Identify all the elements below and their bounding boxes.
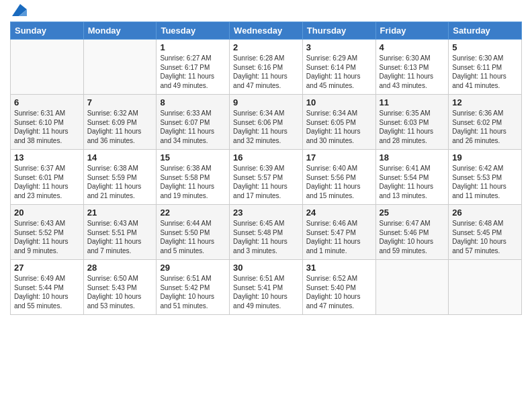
calendar-cell: 8Sunrise: 6:33 AM Sunset: 6:07 PM Daylig… <box>157 95 230 150</box>
cell-content: Sunrise: 6:30 AM Sunset: 6:11 PM Dayligh… <box>452 54 518 90</box>
page: SundayMondayTuesdayWednesdayThursdayFrid… <box>0 0 532 411</box>
day-number: 21 <box>87 208 153 218</box>
calendar-cell: 26Sunrise: 6:48 AM Sunset: 5:45 PM Dayli… <box>449 205 522 260</box>
day-number: 11 <box>380 97 445 107</box>
calendar-cell: 14Sunrise: 6:38 AM Sunset: 5:59 PM Dayli… <box>83 150 157 205</box>
cell-content: Sunrise: 6:29 AM Sunset: 6:14 PM Dayligh… <box>306 54 372 90</box>
day-number: 7 <box>87 97 153 107</box>
week-row-5: 27Sunrise: 6:49 AM Sunset: 5:44 PM Dayli… <box>11 260 522 315</box>
cell-content: Sunrise: 6:34 AM Sunset: 6:06 PM Dayligh… <box>233 109 299 145</box>
cell-content: Sunrise: 6:34 AM Sunset: 6:05 PM Dayligh… <box>306 109 372 145</box>
day-number: 28 <box>87 263 153 273</box>
day-header-sunday: Sunday <box>11 22 84 40</box>
day-number: 8 <box>160 97 226 107</box>
logo-wrapper <box>10 7 27 16</box>
cell-content: Sunrise: 6:35 AM Sunset: 6:03 PM Dayligh… <box>380 109 445 145</box>
cell-content: Sunrise: 6:50 AM Sunset: 5:43 PM Dayligh… <box>87 274 153 310</box>
cell-content: Sunrise: 6:42 AM Sunset: 5:53 PM Dayligh… <box>452 164 518 200</box>
day-number: 29 <box>160 263 226 273</box>
calendar-cell: 3Sunrise: 6:29 AM Sunset: 6:14 PM Daylig… <box>302 40 375 95</box>
day-number: 1 <box>160 42 226 52</box>
calendar-cell: 29Sunrise: 6:51 AM Sunset: 5:42 PM Dayli… <box>157 260 230 315</box>
calendar-cell: 4Sunrise: 6:30 AM Sunset: 6:13 PM Daylig… <box>375 40 449 95</box>
cell-content: Sunrise: 6:28 AM Sunset: 6:16 PM Dayligh… <box>233 54 299 90</box>
day-number: 20 <box>14 208 80 218</box>
day-number: 23 <box>233 208 299 218</box>
day-number: 9 <box>233 97 299 107</box>
day-number: 24 <box>306 208 372 218</box>
calendar-cell: 17Sunrise: 6:40 AM Sunset: 5:56 PM Dayli… <box>302 150 375 205</box>
calendar-cell <box>11 40 84 95</box>
week-row-2: 6Sunrise: 6:31 AM Sunset: 6:10 PM Daylig… <box>11 95 522 150</box>
day-number: 31 <box>306 263 372 273</box>
day-number: 14 <box>87 152 153 163</box>
calendar-cell: 28Sunrise: 6:50 AM Sunset: 5:43 PM Dayli… <box>83 260 157 315</box>
day-number: 27 <box>14 263 80 273</box>
calendar-cell: 19Sunrise: 6:42 AM Sunset: 5:53 PM Dayli… <box>449 150 522 205</box>
header <box>10 7 522 16</box>
day-header-thursday: Thursday <box>302 22 375 40</box>
calendar-cell: 13Sunrise: 6:37 AM Sunset: 6:01 PM Dayli… <box>11 150 84 205</box>
cell-content: Sunrise: 6:48 AM Sunset: 5:45 PM Dayligh… <box>452 219 518 255</box>
calendar-cell: 11Sunrise: 6:35 AM Sunset: 6:03 PM Dayli… <box>375 95 449 150</box>
calendar-cell: 30Sunrise: 6:51 AM Sunset: 5:41 PM Dayli… <box>230 260 303 315</box>
calendar-cell <box>83 40 157 95</box>
day-number: 30 <box>233 263 299 273</box>
day-number: 5 <box>452 42 518 52</box>
cell-content: Sunrise: 6:52 AM Sunset: 5:40 PM Dayligh… <box>306 274 372 310</box>
day-header-saturday: Saturday <box>449 22 522 40</box>
cell-content: Sunrise: 6:51 AM Sunset: 5:41 PM Dayligh… <box>233 274 299 310</box>
day-number: 19 <box>452 152 518 163</box>
day-number: 17 <box>306 152 372 163</box>
cell-content: Sunrise: 6:38 AM Sunset: 5:58 PM Dayligh… <box>160 164 226 200</box>
cell-content: Sunrise: 6:43 AM Sunset: 5:52 PM Dayligh… <box>14 219 80 255</box>
calendar-cell: 31Sunrise: 6:52 AM Sunset: 5:40 PM Dayli… <box>302 260 375 315</box>
calendar-cell: 25Sunrise: 6:47 AM Sunset: 5:46 PM Dayli… <box>375 205 449 260</box>
day-header-wednesday: Wednesday <box>230 22 303 40</box>
calendar-cell: 22Sunrise: 6:44 AM Sunset: 5:50 PM Dayli… <box>157 205 230 260</box>
cell-content: Sunrise: 6:40 AM Sunset: 5:56 PM Dayligh… <box>306 164 372 200</box>
logo-bird-icon <box>12 4 27 16</box>
day-number: 15 <box>160 152 226 163</box>
calendar-cell: 23Sunrise: 6:45 AM Sunset: 5:48 PM Dayli… <box>230 205 303 260</box>
cell-content: Sunrise: 6:33 AM Sunset: 6:07 PM Dayligh… <box>160 109 226 145</box>
calendar-cell: 18Sunrise: 6:41 AM Sunset: 5:54 PM Dayli… <box>375 150 449 205</box>
week-row-3: 13Sunrise: 6:37 AM Sunset: 6:01 PM Dayli… <box>11 150 522 205</box>
cell-content: Sunrise: 6:36 AM Sunset: 6:02 PM Dayligh… <box>452 109 518 145</box>
cell-content: Sunrise: 6:37 AM Sunset: 6:01 PM Dayligh… <box>14 164 80 200</box>
calendar-cell: 27Sunrise: 6:49 AM Sunset: 5:44 PM Dayli… <box>11 260 84 315</box>
day-header-monday: Monday <box>83 22 157 40</box>
calendar-cell: 21Sunrise: 6:43 AM Sunset: 5:51 PM Dayli… <box>83 205 157 260</box>
cell-content: Sunrise: 6:32 AM Sunset: 6:09 PM Dayligh… <box>87 109 153 145</box>
calendar-cell: 1Sunrise: 6:27 AM Sunset: 6:17 PM Daylig… <box>157 40 230 95</box>
calendar-cell: 10Sunrise: 6:34 AM Sunset: 6:05 PM Dayli… <box>302 95 375 150</box>
calendar-cell: 2Sunrise: 6:28 AM Sunset: 6:16 PM Daylig… <box>230 40 303 95</box>
cell-content: Sunrise: 6:41 AM Sunset: 5:54 PM Dayligh… <box>380 164 445 200</box>
week-row-4: 20Sunrise: 6:43 AM Sunset: 5:52 PM Dayli… <box>11 205 522 260</box>
cell-content: Sunrise: 6:30 AM Sunset: 6:13 PM Dayligh… <box>380 54 445 90</box>
day-number: 3 <box>306 42 372 52</box>
calendar-cell: 7Sunrise: 6:32 AM Sunset: 6:09 PM Daylig… <box>83 95 157 150</box>
cell-content: Sunrise: 6:51 AM Sunset: 5:42 PM Dayligh… <box>160 274 226 310</box>
day-number: 26 <box>452 208 518 218</box>
day-number: 6 <box>14 97 80 107</box>
calendar-cell: 12Sunrise: 6:36 AM Sunset: 6:02 PM Dayli… <box>449 95 522 150</box>
cell-content: Sunrise: 6:49 AM Sunset: 5:44 PM Dayligh… <box>14 274 80 310</box>
day-header-tuesday: Tuesday <box>157 22 230 40</box>
cell-content: Sunrise: 6:31 AM Sunset: 6:10 PM Dayligh… <box>14 109 80 145</box>
calendar-cell: 15Sunrise: 6:38 AM Sunset: 5:58 PM Dayli… <box>157 150 230 205</box>
calendar-cell: 5Sunrise: 6:30 AM Sunset: 6:11 PM Daylig… <box>449 40 522 95</box>
calendar-header-row: SundayMondayTuesdayWednesdayThursdayFrid… <box>11 22 522 40</box>
cell-content: Sunrise: 6:44 AM Sunset: 5:50 PM Dayligh… <box>160 219 226 255</box>
day-number: 22 <box>160 208 226 218</box>
day-number: 25 <box>380 208 445 218</box>
calendar-cell: 20Sunrise: 6:43 AM Sunset: 5:52 PM Dayli… <box>11 205 84 260</box>
calendar-cell <box>375 260 449 315</box>
logo <box>10 7 27 16</box>
cell-content: Sunrise: 6:27 AM Sunset: 6:17 PM Dayligh… <box>160 54 226 90</box>
day-number: 16 <box>233 152 299 163</box>
cell-content: Sunrise: 6:45 AM Sunset: 5:48 PM Dayligh… <box>233 219 299 255</box>
day-number: 4 <box>380 42 445 52</box>
cell-content: Sunrise: 6:39 AM Sunset: 5:57 PM Dayligh… <box>233 164 299 200</box>
cell-content: Sunrise: 6:43 AM Sunset: 5:51 PM Dayligh… <box>87 219 153 255</box>
